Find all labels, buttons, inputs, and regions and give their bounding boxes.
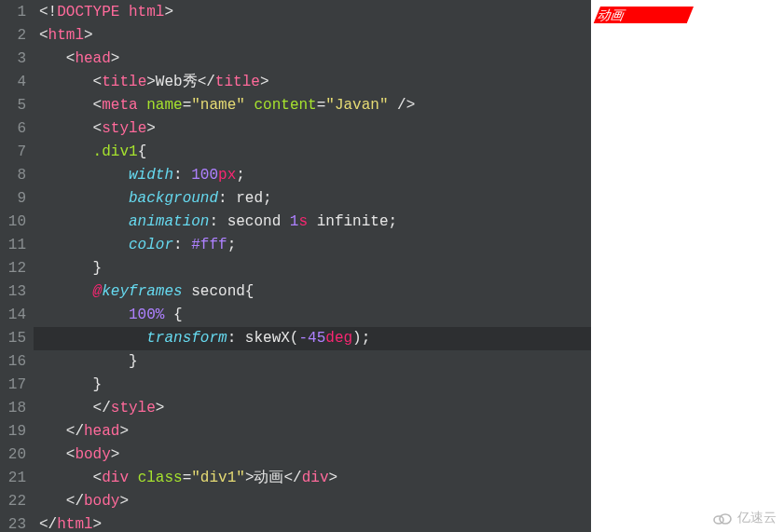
line-number: 20 <box>0 443 34 467</box>
line-number: 6 <box>0 117 34 141</box>
code-line[interactable]: } <box>34 374 591 397</box>
animated-box: 动画 <box>594 7 694 23</box>
line-number: 23 <box>0 513 34 532</box>
code-line[interactable]: <html> <box>34 24 591 48</box>
code-line[interactable]: 100% { <box>34 304 591 327</box>
code-line[interactable]: } <box>34 257 591 280</box>
line-number: 13 <box>0 280 34 304</box>
code-line[interactable]: } <box>34 350 591 374</box>
line-number: 16 <box>0 350 34 374</box>
line-number: 17 <box>0 374 34 397</box>
watermark-text: 亿速云 <box>737 510 777 526</box>
code-area[interactable]: <!DOCTYPE html><html> <head> <title>Web秀… <box>34 0 591 532</box>
code-line[interactable]: <head> <box>34 48 591 71</box>
code-line[interactable]: @keyframes second{ <box>34 280 591 304</box>
line-number: 3 <box>0 48 34 71</box>
code-line[interactable]: .div1{ <box>34 141 591 164</box>
code-line[interactable]: </body> <box>34 490 591 513</box>
line-number: 2 <box>0 24 34 48</box>
line-number-gutter: 1234567891011121314151617181920212223 <box>0 0 34 532</box>
line-number: 22 <box>0 490 34 513</box>
line-number: 9 <box>0 187 34 211</box>
line-number: 1 <box>0 1 34 24</box>
line-number: 12 <box>0 257 34 280</box>
code-line[interactable]: </html> <box>34 513 591 532</box>
line-number: 7 <box>0 141 34 164</box>
code-editor[interactable]: 1234567891011121314151617181920212223 <!… <box>0 0 591 532</box>
code-line[interactable]: <!DOCTYPE html> <box>34 1 591 24</box>
line-number: 14 <box>0 304 34 327</box>
code-line[interactable]: </style> <box>34 397 591 420</box>
code-line[interactable]: animation: second 1s infinite; <box>34 211 591 234</box>
code-line[interactable]: </head> <box>34 420 591 443</box>
line-number: 10 <box>0 211 34 234</box>
line-number: 8 <box>0 164 34 187</box>
cloud-icon <box>711 511 734 525</box>
code-line[interactable]: <div class="div1">动画</div> <box>34 467 591 490</box>
line-number: 21 <box>0 467 34 490</box>
line-number: 19 <box>0 420 34 443</box>
code-line[interactable]: background: red; <box>34 187 591 211</box>
code-line[interactable]: <meta name="name" content="Javan" /> <box>34 94 591 117</box>
code-line[interactable]: <style> <box>34 117 591 141</box>
code-line[interactable]: width: 100px; <box>34 164 591 187</box>
svg-point-1 <box>720 514 731 524</box>
code-line[interactable]: transform: skewX(-45deg); <box>34 327 591 350</box>
preview-pane: 动画 <box>591 0 784 532</box>
code-line[interactable]: color: #fff; <box>34 234 591 257</box>
line-number: 15 <box>0 327 34 350</box>
line-number: 4 <box>0 71 34 94</box>
line-number: 5 <box>0 94 34 117</box>
line-number: 18 <box>0 397 34 420</box>
watermark: 亿速云 <box>711 510 777 526</box>
line-number: 11 <box>0 234 34 257</box>
code-line[interactable]: <body> <box>34 443 591 467</box>
code-line[interactable]: <title>Web秀</title> <box>34 71 591 94</box>
